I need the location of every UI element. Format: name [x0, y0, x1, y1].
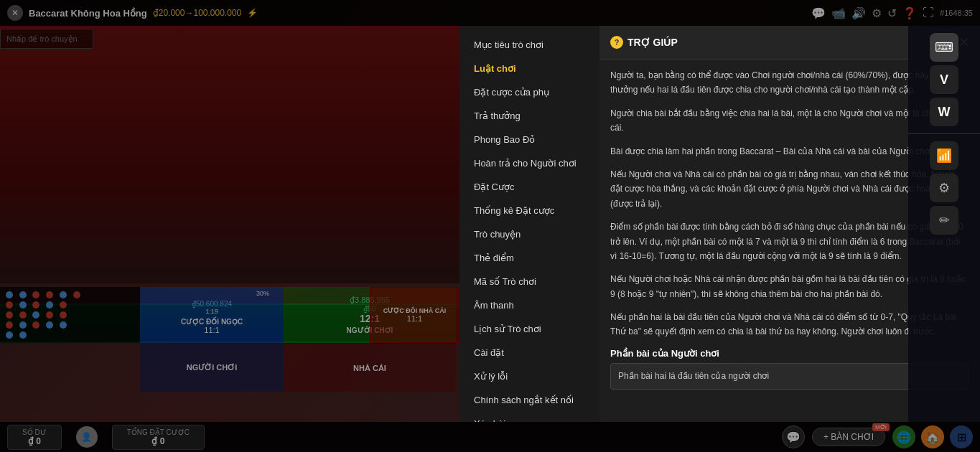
left-menu: Mục tiêu trò chơi Luật chơi Đặt cược cửa… — [459, 26, 599, 422]
pencil-icon-btn[interactable]: ✏ — [930, 206, 958, 235]
icons-sidebar: ⌨ V W 📶 ⚙ ✏ — [908, 26, 980, 422]
menu-item-xu-ly-loi[interactable]: Xử lý lỗi — [459, 364, 599, 388]
gear-icon-btn[interactable]: ⚙ — [930, 174, 958, 202]
menu-item-hoan-tra[interactable]: Hoàn trả cho Người chơi — [459, 151, 599, 175]
menu-item-am-thanh[interactable]: Âm thanh — [459, 293, 599, 317]
menu-item-cua-phu[interactable]: Đặt cược cửa phụ — [459, 80, 599, 104]
keyboard-icon-btn[interactable]: ⌨ — [930, 33, 958, 62]
menu-item-muc-tieu[interactable]: Mục tiêu trò chơi — [459, 33, 599, 57]
help-title: ? TRỢ GIÚP — [610, 36, 678, 49]
menu-item-xao-bai[interactable]: Xáo bài — [459, 412, 599, 422]
wifi-icon-btn[interactable]: 📶 — [930, 141, 958, 170]
menu-item-tro-chuyen[interactable]: Trò chuyện — [459, 222, 599, 246]
menu-item-ma-so[interactable]: Mã số Trò chơi — [459, 270, 599, 293]
help-question-icon: ? — [610, 36, 623, 49]
menu-item-cai-dat[interactable]: Cài đặt — [459, 341, 599, 364]
v-icon-btn[interactable]: V — [930, 65, 958, 94]
menu-item-dat-cuoc[interactable]: Đặt Cược — [459, 175, 599, 199]
menu-item-thong-ke[interactable]: Thống kê Đặt cược — [459, 199, 599, 222]
menu-item-tra-thuong[interactable]: Trả thưởng — [459, 104, 599, 128]
w-icon-btn[interactable]: W — [930, 98, 958, 126]
menu-item-phong-bao-do[interactable]: Phong Bao Đỏ — [459, 128, 599, 151]
menu-item-luat-choi[interactable]: Luật chơi — [459, 57, 599, 80]
menu-item-chinh-sach[interactable]: Chính sách ngắt kết nối — [459, 388, 599, 412]
menu-item-lich-su[interactable]: Lịch sử Trò chơi — [459, 317, 599, 341]
menu-item-the-diem[interactable]: Thẻ điểm — [459, 246, 599, 270]
